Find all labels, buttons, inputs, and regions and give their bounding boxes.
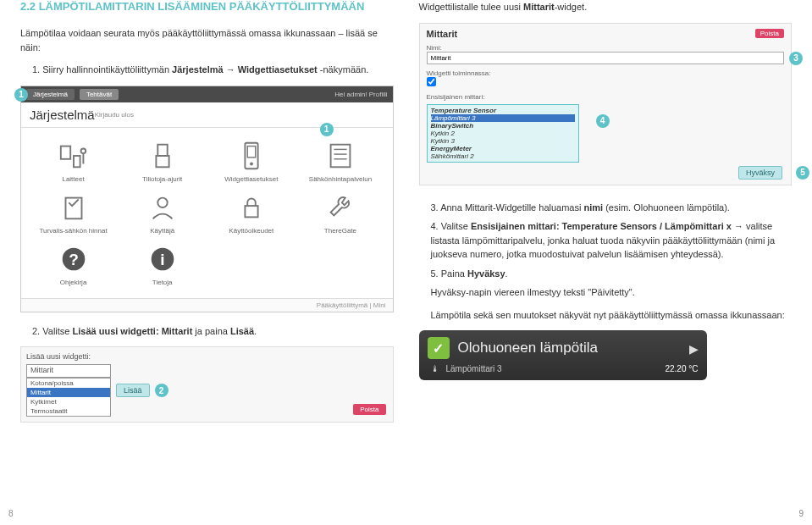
step-3: 3. Anna Mittarit-Widgetille haluamasi ni… — [431, 201, 793, 215]
svg-text:i: i — [160, 250, 164, 268]
callout-5: 5 — [796, 166, 809, 180]
callout-4: 4 — [596, 114, 610, 128]
sys-item-pricesvc[interactable]: Sähkönhintapalvelun — [300, 140, 380, 183]
widget-options[interactable]: Kotona/poissa Mittarit Kytkimet Termosta… — [26, 378, 111, 417]
devices-icon — [58, 140, 90, 172]
widget-delete-button[interactable]: Poista — [755, 29, 784, 38]
approve-button[interactable]: Hyväksy — [738, 166, 782, 180]
panel-topbar: Järjestelmä Tehtävät Hei admin! Profiili — [21, 86, 393, 102]
svg-rect-7 — [247, 146, 256, 157]
name-label: Nimi: — [427, 44, 785, 52]
add-widget-label: Lisää uusi widgetti: — [26, 352, 388, 361]
svg-rect-15 — [245, 206, 257, 217]
right-intro: Widgettilistalle tulee uusi Mittarit-wid… — [419, 0, 793, 14]
clipboard-icon — [58, 191, 90, 224]
result-widget[interactable]: ✓ Olohuoneen lämpötila ▶ 🌡 Lämpömittari … — [419, 330, 707, 380]
add-button[interactable]: Lisää — [116, 384, 150, 397]
running-label: Widgetti toiminnassa: — [427, 69, 785, 77]
sys-item-widgetsettings[interactable]: Widgettiasetukset — [211, 140, 291, 183]
delete-button[interactable]: Poista — [353, 404, 385, 415]
step-5: 5. Paina Hyväksy. — [431, 267, 793, 281]
step-2: 2. Valitse Lisää uusi widgetti: Mittarit… — [32, 324, 394, 339]
callout-1b: 1 — [320, 123, 334, 136]
chevron-right-icon[interactable]: ▶ — [689, 342, 699, 356]
sys-item-permissions[interactable]: Käyttöoikeudet — [211, 191, 291, 235]
callout-3: 3 — [789, 52, 803, 65]
sys-item-drivers[interactable]: Tiliotoja-ajurit — [122, 140, 202, 183]
svg-rect-1 — [74, 156, 80, 167]
sensor-select-box[interactable]: Temperature Sensor Lämpömittari 3 Binary… — [427, 104, 579, 163]
user-icon — [146, 191, 179, 224]
svg-rect-5 — [156, 156, 168, 167]
svg-text:?: ? — [69, 250, 79, 268]
sys-item-about[interactable]: i Tietoja — [122, 243, 202, 286]
post-step6-note: Lämpötila sekä sen muutokset näkyvät nyt… — [431, 308, 793, 323]
svg-rect-0 — [60, 146, 69, 158]
list-icon — [324, 140, 356, 172]
intro-paragraph: Lämpötilaa voidaan seurata myös pääkäytt… — [20, 26, 394, 54]
sys-item-laitteet[interactable]: Laitteet — [33, 140, 113, 183]
usb-icon — [146, 140, 179, 172]
panel-footer[interactable]: Pääkäyttöliittymä | Mini — [21, 298, 393, 312]
svg-point-8 — [250, 162, 253, 165]
sys-item-user[interactable]: Käyttäjä — [122, 191, 202, 235]
question-icon: ? — [58, 243, 90, 275]
svg-rect-9 — [331, 144, 351, 167]
widget-config-panel: Mittarit Poista Nimi: 3 Widgetti toiminn… — [419, 23, 793, 185]
thermometer-icon: 🌡 — [431, 364, 439, 373]
name-input[interactable] — [427, 52, 785, 64]
result-title: Olohuoneen lämpötila — [458, 340, 598, 356]
svg-rect-13 — [65, 197, 81, 218]
info-icon: i — [146, 243, 179, 275]
section-title: 2.2 LÄMPÖTILAMITTARIN LISÄÄMINEN PÄÄKÄYT… — [20, 0, 394, 13]
sys-item-theregate[interactable]: ThereGate — [300, 191, 380, 235]
result-subtitle: Lämpömittari 3 — [446, 364, 502, 373]
tab-jarjestelma[interactable]: Järjestelmä — [26, 89, 75, 100]
svg-point-2 — [80, 148, 86, 153]
page-number-left: 8 — [8, 509, 14, 518]
svg-rect-4 — [157, 144, 167, 155]
primary-meter-label: Ensisijainen mittari: — [427, 93, 785, 101]
step-4: 4. Valitse Ensisijainen mittari: Tempera… — [431, 219, 793, 262]
tab-tehtavat[interactable]: Tehtävät — [80, 89, 119, 100]
lock-icon — [235, 191, 268, 224]
topbar-profile[interactable]: Hei admin! Profiili — [334, 91, 387, 98]
wrench-icon — [324, 191, 356, 224]
post-step5-note: Hyväksy-napin viereen ilmestyy teksti "P… — [431, 285, 793, 300]
page-number-right: 9 — [798, 509, 804, 518]
sys-item-manual[interactable]: ? Ohjekirja — [33, 243, 113, 286]
result-value: 22.20 °C — [665, 364, 698, 373]
widget-title: Mittarit — [427, 29, 458, 39]
running-checkbox[interactable] — [427, 77, 436, 86]
check-icon: ✓ — [428, 337, 450, 359]
widget-select[interactable]: Mittarit — [26, 364, 111, 378]
panel-title: Järjestelmä — [30, 108, 95, 122]
callout-2: 2 — [155, 384, 168, 397]
phone-icon — [235, 140, 268, 172]
callout-1a: 1 — [14, 88, 28, 102]
admin-system-panel: 1 Järjestelmä Tehtävät Hei admin! Profii… — [20, 86, 394, 312]
svg-point-14 — [157, 197, 167, 207]
step-1: 1. Siirry hallinnointikäyttöliittymän Jä… — [32, 63, 394, 77]
logout-link[interactable]: Kirjaudu ulos — [95, 111, 384, 119]
sys-item-saved-prices[interactable]: Turvalis-sähkön hinnat — [33, 191, 113, 235]
add-widget-panel: Lisää uusi widgetti: Mittarit Kotona/poi… — [20, 346, 394, 423]
